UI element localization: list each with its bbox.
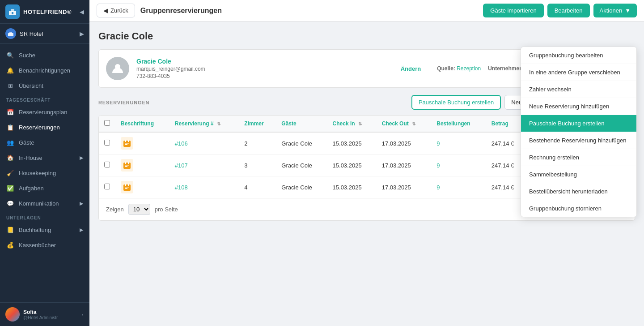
dropdown-item-zahler-wechseln[interactable]: Zahler wechseln [521,81,636,98]
orders-badge[interactable]: 9 [436,140,440,147]
tasks-icon: ✅ [6,184,14,192]
row-beschriftung [115,176,169,198]
import-guests-button[interactable]: Gäste importieren [483,4,543,17]
sidebar-item-label: Buchhaltung [19,227,75,233]
edit-button[interactable]: Bearbeiten [547,4,590,17]
sort-arrows-icon: ⇅ [217,121,220,126]
svg-rect-15 [125,166,127,167]
sidebar-item-buchhaltung[interactable]: 📒 Buchhaltung ▶ [0,222,89,237]
sidebar-item-reservierungen[interactable]: 📋 Reservierungen [0,120,89,135]
sidebar-item-in-house[interactable]: 🏠 In-House ▶ [0,150,89,165]
col-checkin[interactable]: Check In ⇅ [327,116,377,132]
svg-rect-1 [11,9,14,12]
svg-rect-20 [125,188,127,189]
orders-badge[interactable]: 9 [436,162,440,169]
sidebar-item-reservierungsplan[interactable]: 📅 Reservierungsplan [0,104,89,120]
guest-info: Gracie Cole marquis_reinger@gmail.com 73… [136,58,386,79]
calendar-icon: 📅 [6,108,14,116]
sidebar-item-label: Gäste [19,139,83,146]
logo-icon [5,4,20,19]
sidebar: HOTELFRIEND® ◀ SR Hotel ▶ 🔍 Suche 🔔 Bena… [0,0,89,326]
housekeeping-icon: 🧹 [6,169,14,177]
pauschale-buchung-button[interactable]: Pauschale Buchung erstellen [411,95,501,110]
topbar: ◀ Zurück Gruppenreservierungen Gäste imp… [89,0,644,21]
sidebar-footer: Sofia @Hotel Administr → [0,302,89,326]
reservation-link[interactable]: #106 [175,140,188,147]
col-reservierung[interactable]: Reservierung # ⇅ [169,116,239,132]
sidebar-collapse-icon[interactable]: ◀ [80,9,84,15]
guest-link[interactable]: Gracie Cole [136,58,171,65]
change-link[interactable]: Ändern [401,65,421,72]
select-all-checkbox[interactable] [104,120,110,126]
sort-arrows-icon: ⇅ [358,121,362,126]
svg-rect-19 [125,187,129,188]
dropdown-item-bestehende-reservierung[interactable]: Bestehende Reservierung hinzufügen [521,132,636,149]
dropdown-item-bestelluebersicht[interactable]: Bestellübersicht herunterladen [521,183,636,200]
row-checkbox[interactable] [104,184,110,189]
sidebar-item-kassenbuecher[interactable]: 💰 Kassenbücher [0,237,89,253]
svg-rect-3 [8,33,13,36]
dropdown-item-rechnung-erstellen[interactable]: Rechnung erstellen [521,149,636,166]
sidebar-item-label: In-House [19,154,75,161]
row-checkbox[interactable] [104,162,110,167]
reservation-link[interactable]: #108 [175,184,188,191]
guest-email: marquis_reinger@gmail.com [136,66,386,72]
per-page-select[interactable]: 10 25 50 [128,204,150,215]
row-checkin: 15.03.2025 [327,176,377,198]
svg-rect-18 [128,184,129,186]
user-avatar [5,307,20,322]
svg-rect-9 [125,143,129,144]
actions-button[interactable]: Aktionen ▼ [593,4,637,17]
home-icon: 🏠 [6,154,14,162]
row-reservierung: #107 [169,154,239,176]
user-menu-icon[interactable]: → [78,311,84,318]
back-button[interactable]: ◀ Zurück [97,4,135,17]
row-zimmer: 2 [239,132,276,154]
col-checkout[interactable]: Check Out ⇅ [377,116,432,132]
logo-area[interactable]: HOTELFRIEND® ◀ [0,0,89,24]
sidebar-item-label: Aufgaben [19,185,83,192]
sidebar-item-benachrichtigungen[interactable]: 🔔 Benachrichtigungen [0,63,89,78]
row-gaeste: Gracie Cole [276,176,327,198]
list-icon: 📋 [6,123,14,131]
svg-rect-16 [123,184,131,191]
row-checkbox-cell [99,176,115,198]
user-name: Sofia [23,309,75,315]
sidebar-nav: 🔍 Suche 🔔 Benachrichtigungen ⊞ Übersicht… [0,44,89,302]
row-checkbox[interactable] [104,140,110,146]
dropdown-item-sammelbestellung[interactable]: Sammelbestellung [521,166,636,183]
sidebar-item-suche[interactable]: 🔍 Suche [0,47,89,63]
source-label: Quelle: [437,65,455,72]
svg-rect-12 [125,162,126,164]
row-checkout: 17.03.2025 [377,132,432,154]
actions-label: Aktionen [600,7,623,14]
sidebar-item-kommunikation[interactable]: 💬 Kommunikation ▶ [0,196,89,211]
row-gaeste: Gracie Cole [276,154,327,176]
row-checkin: 15.03.2025 [327,154,377,176]
per-page-label: pro Seite [155,206,178,213]
col-beschriftung[interactable]: Beschriftung [115,116,169,132]
hotel-icon [5,28,16,39]
sidebar-item-uebersicht[interactable]: ⊞ Übersicht [0,78,89,93]
sidebar-item-label: Suche [19,52,83,59]
reservation-link[interactable]: #107 [175,162,188,169]
dropdown-item-gruppenbuchung-stornieren[interactable]: Gruppenbuchung stornieren [521,200,636,217]
row-reservierung: #108 [169,176,239,198]
expand-icon: ▶ [80,227,83,233]
row-checkbox-cell [99,132,115,154]
dropdown-item-gruppenbuchung-bearbeiten[interactable]: Gruppenbuchung bearbeiten [521,47,636,64]
sidebar-item-gaeste[interactable]: 👥 Gäste [0,135,89,150]
dropdown-item-andere-gruppe[interactable]: In eine andere Gruppe verschieben [521,64,636,81]
reservation-icon [121,181,133,193]
svg-rect-2 [12,12,13,14]
sidebar-item-aufgaben[interactable]: ✅ Aufgaben [0,180,89,196]
row-zimmer: 4 [239,176,276,198]
dropdown-item-neue-reservierung[interactable]: Neue Reservierung hinzufügen [521,98,636,115]
orders-badge[interactable]: 9 [436,184,440,191]
dropdown-item-pauschale-buchung[interactable]: Pauschale Buchung erstellen [521,115,636,132]
hotel-selector[interactable]: SR Hotel ▶ [0,24,89,44]
search-icon: 🔍 [6,51,14,59]
user-info: Sofia @Hotel Administr [23,309,75,320]
sidebar-item-housekeeping[interactable]: 🧹 Housekeeping [0,165,89,180]
sidebar-item-label: Reservierungen [19,124,83,131]
